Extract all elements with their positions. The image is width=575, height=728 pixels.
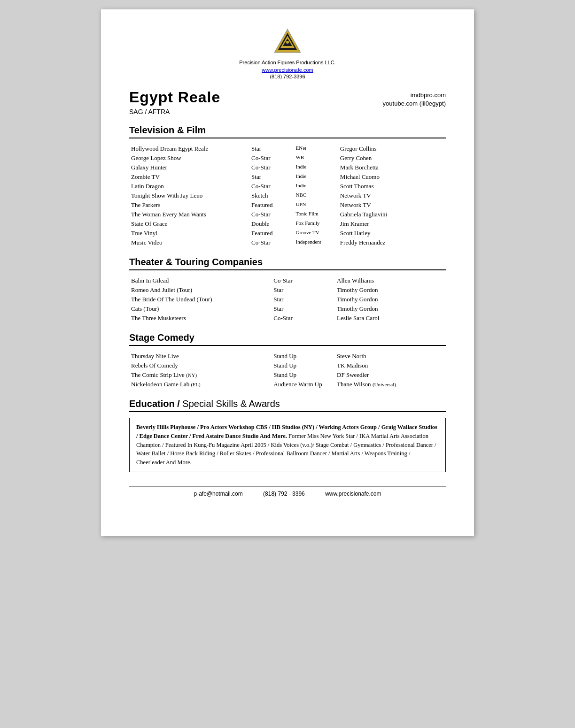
credit-title: The Parkers xyxy=(129,200,249,210)
credit-title: The Comic Strip Live (NY) xyxy=(129,370,272,380)
credit-director: Timothy Gordon xyxy=(335,285,446,295)
credit-director: Mark Borchetta xyxy=(338,163,446,172)
credit-network: Indie xyxy=(294,163,338,172)
credit-director: Gerry Cohen xyxy=(338,153,446,163)
credit-role: Star xyxy=(272,304,335,314)
credit-title: Nickelodeon Game Lab (FL) xyxy=(129,380,272,389)
credit-director: Thane Wilson (Universal) xyxy=(335,380,446,389)
education-title: Education / Special Skills & Awards xyxy=(129,398,446,412)
credit-role: Co-Star xyxy=(249,210,294,219)
stage-comedy-title: Stage Comedy xyxy=(129,332,446,346)
resume-page: Precision Action Figures Productions LLC… xyxy=(101,9,474,536)
imdb-link: imdbpro.com xyxy=(383,92,446,99)
table-row: Romeo And Juliet (Tour) Star Timothy Gor… xyxy=(129,285,446,295)
credit-director: DF Sweedler xyxy=(335,370,446,380)
header: Precision Action Figures Productions LLC… xyxy=(129,28,446,79)
table-row: Balm In Gilead Co-Star Allen Williams xyxy=(129,276,446,285)
credit-director: Allen Williams xyxy=(335,276,446,285)
education-section: Education / Special Skills & Awards Beve… xyxy=(129,398,446,472)
stage-comedy-table: Thursday Nite Live Stand Up Steve North … xyxy=(129,352,446,389)
table-row: The Parkers Featured UPN Network TV xyxy=(129,200,446,210)
credit-title: Galaxy Hunter xyxy=(129,163,249,172)
logo-container xyxy=(129,28,446,56)
tv-film-table: Hollywood Dream Egypt Reale Star ENet Gr… xyxy=(129,144,446,247)
credit-network: NBC xyxy=(294,191,338,200)
credit-role: Sketch xyxy=(249,191,294,200)
credit-director: Network TV xyxy=(338,200,446,210)
stage-comedy-section: Stage Comedy Thursday Nite Live Stand Up… xyxy=(129,332,446,389)
actor-name: Egypt Reale xyxy=(129,89,220,106)
footer-website: www.precisionafe.com xyxy=(325,490,381,497)
education-box: Beverly Hills Playhouse / Pro Actors Wor… xyxy=(129,418,446,472)
tv-film-title: Television & Film xyxy=(129,125,446,138)
svg-point-4 xyxy=(286,41,289,44)
theater-section: Theater & Touring Companies Balm In Gile… xyxy=(129,257,446,323)
footer-phone: (818) 792 - 3396 xyxy=(263,490,305,497)
table-row: Zombie TV Star Indie Michael Cuomo xyxy=(129,172,446,182)
credit-network: Indie xyxy=(294,172,338,182)
credit-title: Romeo And Juliet (Tour) xyxy=(129,285,272,295)
company-logo xyxy=(273,28,302,54)
credit-title: Cats (Tour) xyxy=(129,304,272,314)
credit-director: Network TV xyxy=(338,191,446,200)
credit-director: Scott Hatley xyxy=(338,229,446,238)
table-row: State Of Grace Double Fox Family Jim Kra… xyxy=(129,219,446,229)
table-row: Music Video Co-Star Independent Freddy H… xyxy=(129,238,446,247)
table-row: The Bride Of The Undead (Tour) Star Timo… xyxy=(129,295,446,304)
credit-network: Tonic Film xyxy=(294,210,338,219)
table-row: Hollywood Dream Egypt Reale Star ENet Gr… xyxy=(129,144,446,153)
union-info: SAG / AFTRA xyxy=(129,108,220,115)
credit-director: Timothy Gordon xyxy=(335,295,446,304)
credit-title: True Vinyl xyxy=(129,229,249,238)
credit-title: Zombie TV xyxy=(129,172,249,182)
credit-role: Audience Warm Up xyxy=(272,380,335,389)
table-row: The Woman Every Man Wants Co-Star Tonic … xyxy=(129,210,446,219)
credit-role: Star xyxy=(249,172,294,182)
credit-title: The Woman Every Man Wants xyxy=(129,210,249,219)
credit-role: Star xyxy=(272,295,335,304)
table-row: Cats (Tour) Star Timothy Gordon xyxy=(129,304,446,314)
theater-table: Balm In Gilead Co-Star Allen Williams Ro… xyxy=(129,276,446,323)
table-row: The Comic Strip Live (NY) Stand Up DF Sw… xyxy=(129,370,446,380)
credit-role: Co-Star xyxy=(249,153,294,163)
credit-role: Stand Up xyxy=(272,370,335,380)
company-name: Precision Action Figures Productions LLC… xyxy=(129,60,446,65)
social-links: imdbpro.com youtube.com (lil0egypt) xyxy=(383,89,446,108)
credit-director: Freddy Hernandez xyxy=(338,238,446,247)
education-title-normal: Special Skills & Awards xyxy=(180,398,280,409)
credit-title: Latin Dragon xyxy=(129,182,249,191)
credit-director: Michael Cuomo xyxy=(338,172,446,182)
credit-title: Music Video xyxy=(129,238,249,247)
credit-role: Stand Up xyxy=(272,352,335,361)
credit-role: Double xyxy=(249,219,294,229)
credit-role: Star xyxy=(249,144,294,153)
table-row: Nickelodeon Game Lab (FL) Audience Warm … xyxy=(129,380,446,389)
actor-name-block: Egypt Reale SAG / AFTRA xyxy=(129,89,220,115)
youtube-link: youtube.com (lil0egypt) xyxy=(383,100,446,107)
credit-director: TK Madison xyxy=(335,361,446,370)
credit-network: ENet xyxy=(294,144,338,153)
credit-title: Rebels Of Comedy xyxy=(129,361,272,370)
credit-title: Balm In Gilead xyxy=(129,276,272,285)
table-row: Tonight Show With Jay Leno Sketch NBC Ne… xyxy=(129,191,446,200)
credit-title: State Of Grace xyxy=(129,219,249,229)
education-title-bold: Education / xyxy=(129,398,180,409)
table-row: Galaxy Hunter Co-Star Indie Mark Borchet… xyxy=(129,163,446,172)
credit-role: Co-Star xyxy=(249,238,294,247)
credit-director: Gabriela Tagliavini xyxy=(338,210,446,219)
credit-network: UPN xyxy=(294,200,338,210)
credit-role: Co-Star xyxy=(272,276,335,285)
credit-director: Steve North xyxy=(335,352,446,361)
credit-role: Stand Up xyxy=(272,361,335,370)
credit-role: Star xyxy=(272,285,335,295)
credit-network: Fox Family xyxy=(294,219,338,229)
company-website[interactable]: www.precisionafe.com xyxy=(262,67,313,73)
credit-role: Co-Star xyxy=(249,182,294,191)
credit-director: Gregor Collins xyxy=(338,144,446,153)
credit-role: Featured xyxy=(249,200,294,210)
credit-network: WB xyxy=(294,153,338,163)
theater-title: Theater & Touring Companies xyxy=(129,257,446,270)
credit-role: Co-Star xyxy=(249,163,294,172)
credit-title: The Bride Of The Undead (Tour) xyxy=(129,295,272,304)
credit-title: The Three Musketeers xyxy=(129,314,272,323)
